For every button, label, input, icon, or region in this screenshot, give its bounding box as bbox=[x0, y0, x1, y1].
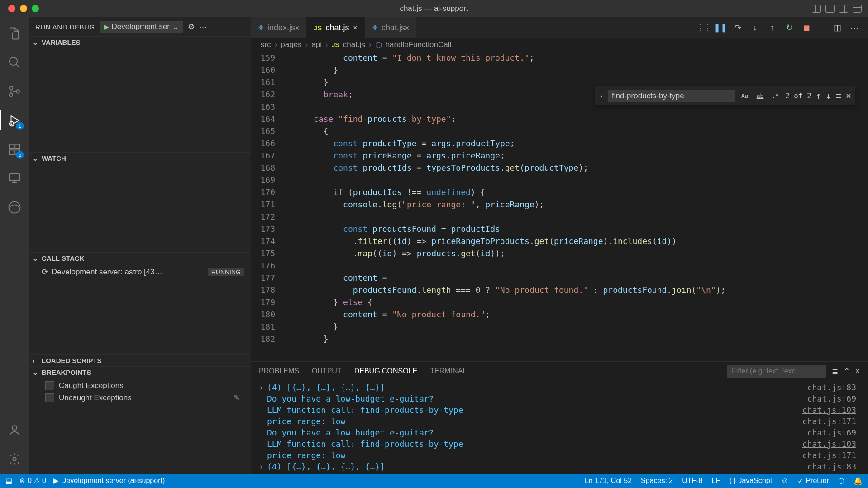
close-icon[interactable]: × bbox=[353, 23, 358, 33]
gear-icon[interactable]: ⚙ bbox=[188, 22, 195, 32]
toggle-primary-sidebar-icon[interactable] bbox=[812, 5, 821, 13]
debug-badge: 1 bbox=[16, 122, 24, 130]
loaded-scripts-label: LOADED SCRIPTS bbox=[42, 357, 102, 364]
layout-controls bbox=[812, 5, 868, 13]
tab-chat-jsx[interactable]: ⚛ chat.jsx bbox=[365, 17, 416, 38]
tab-terminal[interactable]: TERMINAL bbox=[430, 364, 467, 379]
debug-status[interactable]: ▶ Development server (ai-support) bbox=[53, 477, 165, 485]
prettier-status[interactable]: ✓ Prettier bbox=[797, 477, 829, 485]
breadcrumbs[interactable]: src › pages › api › JS chat.js › ⬡ handl… bbox=[251, 38, 868, 52]
launch-config-dropdown[interactable]: ▶ Development ser ⌄ bbox=[100, 21, 184, 33]
feedback-icon[interactable]: ☺ bbox=[781, 477, 788, 485]
code-editor[interactable]: › Aa ab .* 2 of 2 ↑ ↓ ≡ × 15916016116216… bbox=[251, 52, 868, 361]
svg-rect-5 bbox=[10, 144, 14, 149]
regex-icon[interactable]: .* bbox=[770, 89, 781, 103]
minimize-window-button[interactable] bbox=[20, 5, 27, 12]
callstack-label: CALL STACK bbox=[42, 254, 84, 262]
match-case-icon[interactable]: Aa bbox=[739, 89, 750, 103]
tab-problems[interactable]: PROBLEMS bbox=[259, 364, 299, 379]
search-activity[interactable] bbox=[6, 54, 23, 71]
react-icon: ⚛ bbox=[372, 24, 378, 32]
more-actions-icon[interactable]: ⋯ bbox=[848, 21, 861, 34]
watch-section-header[interactable]: ⌄ WATCH bbox=[29, 153, 251, 164]
accounts-activity[interactable] bbox=[6, 422, 23, 438]
breakpoints-header[interactable]: ⌄ BREAKPOINTS bbox=[29, 367, 251, 378]
match-count: 2 of 2 bbox=[785, 90, 811, 102]
cursor-position[interactable]: Ln 171, Col 52 bbox=[585, 477, 632, 485]
variables-section-header[interactable]: ⌄ VARIABLES bbox=[29, 37, 251, 48]
grip-icon[interactable]: ⋮⋮ bbox=[697, 21, 710, 34]
close-window-button[interactable] bbox=[8, 5, 15, 12]
tab-index[interactable]: ⚛ index.jsx bbox=[251, 17, 306, 38]
error-icon: ⊗ bbox=[19, 477, 25, 485]
chevron-right-icon: › bbox=[33, 357, 39, 364]
loaded-scripts-header[interactable]: › LOADED SCRIPTS bbox=[29, 355, 251, 366]
breadcrumb-item[interactable]: api bbox=[311, 40, 322, 49]
pencil-icon[interactable]: ✎ bbox=[234, 393, 240, 402]
breadcrumb-item[interactable]: pages bbox=[281, 40, 301, 49]
source-control-activity[interactable] bbox=[6, 83, 23, 100]
step-out-button[interactable]: ↑ bbox=[766, 21, 778, 34]
checkbox[interactable] bbox=[45, 381, 54, 390]
customize-layout-icon[interactable] bbox=[853, 5, 862, 13]
bp-label: Uncaught Exceptions bbox=[59, 393, 132, 402]
pause-button[interactable]: ❚❚ bbox=[714, 21, 727, 34]
problems-status[interactable]: ⊗ 0 ⚠ 0 bbox=[19, 477, 46, 485]
svg-point-3 bbox=[16, 90, 20, 93]
match-word-icon[interactable]: ab bbox=[755, 89, 766, 103]
close-panel-icon[interactable]: × bbox=[855, 367, 860, 376]
collapse-panel-icon[interactable]: ⌃ bbox=[844, 367, 850, 376]
next-match-icon[interactable]: ↓ bbox=[826, 90, 831, 102]
toggle-secondary-sidebar-icon[interactable] bbox=[839, 5, 848, 13]
maximize-window-button[interactable] bbox=[32, 5, 39, 12]
notifications-icon[interactable]: 🔔 bbox=[854, 477, 863, 485]
tab-chat-js[interactable]: JS chat.js × bbox=[306, 17, 365, 38]
edge-activity[interactable] bbox=[6, 199, 23, 215]
tab-output[interactable]: OUTPUT bbox=[312, 364, 342, 379]
remote-activity[interactable] bbox=[6, 170, 23, 187]
language-status[interactable]: { } JavaScript bbox=[729, 477, 772, 485]
braces-icon: { } bbox=[729, 477, 736, 485]
explorer-activity[interactable] bbox=[6, 25, 23, 42]
breakpoint-uncaught[interactable]: Uncaught Exceptions ✎ bbox=[29, 392, 251, 404]
split-editor-icon[interactable]: ◫ bbox=[831, 21, 844, 34]
step-over-button[interactable]: ↷ bbox=[731, 21, 744, 34]
toggle-panel-icon[interactable] bbox=[825, 5, 835, 13]
restart-button[interactable]: ↻ bbox=[783, 21, 796, 34]
step-into-button[interactable]: ↓ bbox=[749, 21, 761, 34]
console-filter-input[interactable] bbox=[727, 365, 826, 378]
find-in-selection-icon[interactable]: ≡ bbox=[836, 90, 841, 102]
more-icon[interactable]: ⋯ bbox=[199, 22, 207, 32]
callstack-section-header[interactable]: ⌄ CALL STACK bbox=[29, 253, 251, 264]
svg-point-0 bbox=[10, 57, 18, 66]
window-title: chat.js — ai-support bbox=[400, 4, 468, 13]
prev-match-icon[interactable]: ↑ bbox=[816, 90, 821, 102]
remote-indicator[interactable]: ⬓ bbox=[5, 477, 12, 485]
breadcrumb-item[interactable]: src bbox=[261, 40, 271, 49]
log-level-icon[interactable]: ≣ bbox=[832, 367, 838, 376]
debug-console-output[interactable]: ›(4) [{…}, {…}, {…}, {…}]chat.js:83Do yo… bbox=[251, 381, 868, 474]
svg-point-11 bbox=[12, 426, 17, 430]
extensions-activity[interactable]: 6 bbox=[6, 141, 23, 158]
encoding-status[interactable]: UTF-8 bbox=[682, 477, 702, 485]
breadcrumb-item[interactable]: chat.js bbox=[343, 40, 365, 49]
eol-status[interactable]: LF bbox=[712, 477, 720, 485]
line-numbers: 1591601611621631641651661671681691701711… bbox=[251, 52, 284, 361]
chevron-down-icon: ⌄ bbox=[33, 255, 39, 262]
close-icon[interactable]: × bbox=[846, 90, 851, 102]
callstack-item[interactable]: ⟳ Development server: astro [43… RUNNING bbox=[29, 266, 251, 278]
indentation-status[interactable]: Spaces: 2 bbox=[641, 477, 673, 485]
breakpoint-caught[interactable]: Caught Exceptions bbox=[29, 380, 251, 392]
breadcrumb-item[interactable]: handleFunctionCall bbox=[386, 40, 452, 49]
settings-activity[interactable] bbox=[6, 451, 23, 467]
tab-label: chat.jsx bbox=[382, 23, 409, 33]
find-input[interactable] bbox=[608, 90, 735, 102]
tab-debug-console[interactable]: DEBUG CONSOLE bbox=[354, 364, 418, 379]
editor-area: ⚛ index.jsx JS chat.js × ⚛ chat.jsx ⋮⋮ ❚… bbox=[251, 17, 868, 474]
expand-replace-icon[interactable]: › bbox=[599, 90, 604, 102]
eslint-icon[interactable]: ⬡ bbox=[838, 477, 844, 485]
minimap[interactable] bbox=[860, 52, 868, 361]
run-debug-activity[interactable]: 1 bbox=[6, 112, 23, 129]
checkbox[interactable] bbox=[45, 393, 54, 402]
stop-button[interactable]: ◼ bbox=[800, 21, 813, 34]
